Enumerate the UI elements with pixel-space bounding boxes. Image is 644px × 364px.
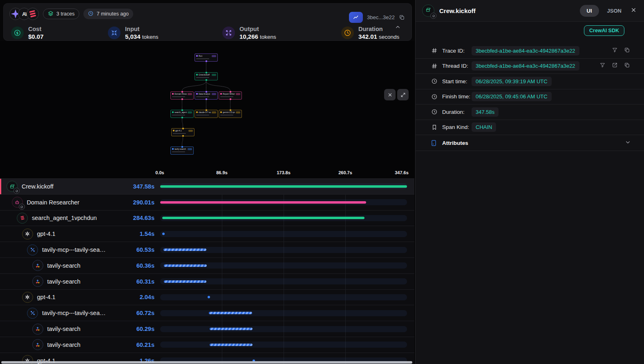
hash-icon: [431, 47, 438, 54]
field-row-thread-id: Thread ID: 3becbfed-a1be-ae84-ea3c-49428…: [416, 59, 644, 74]
clock-icon: [431, 93, 438, 100]
traces-count-chip[interactable]: 3 traces: [43, 9, 79, 19]
graph-node-tv[interactable]: tavily-search: [170, 146, 194, 155]
span-row-search-agent-1vpchdun[interactable]: search_agent_1vpchdun 284.63s: [0, 210, 414, 226]
time-ago-label: 7 minutes ago: [96, 11, 129, 17]
span-bar-area: [160, 337, 407, 353]
layers-icon: [48, 11, 54, 18]
clock-icon: [341, 27, 354, 39]
dollar-icon: $: [11, 27, 24, 39]
node-subtitle: [220, 115, 233, 115]
graph-node-crew[interactable]: Crew.kickoff: [195, 72, 218, 80]
span-duration: 60.31s: [118, 274, 154, 289]
duration-bar: [210, 328, 253, 330]
node-type-icon: [173, 130, 174, 131]
tab-json[interactable]: JSON: [607, 8, 622, 14]
axis-tick: 347.6s: [395, 170, 409, 175]
timeline-axis: 0.0s86.9s173.8s260.7s347.6s: [0, 163, 414, 178]
span-bar-area: [160, 179, 407, 194]
graph-expand-button[interactable]: [397, 89, 409, 100]
metrics-chart-button[interactable]: [349, 12, 363, 23]
stat-value: $0.07: [28, 33, 44, 41]
graph-node-sa[interactable]: search_agent_1vpchdun: [170, 110, 194, 118]
crew-kickoff-icon: [422, 4, 434, 17]
span-detail-panel: Crew.kickoff UI JSON CrewAI SDK Trace ID…: [415, 0, 644, 364]
node-type-icon: [220, 111, 222, 113]
graph-node-ge[interactable]: gemini-2.5-pro: [219, 110, 242, 118]
node-badge: [188, 93, 192, 95]
duration-bar: [160, 201, 366, 204]
trace-graph-canvas[interactable]: Run Crew.kickoff Domain Research... Data…: [0, 41, 414, 163]
node-subtitle: [196, 58, 209, 59]
span-row-gpt-4.1[interactable]: gpt-4.1 1.54s: [0, 226, 414, 242]
tavily-icon: [32, 276, 43, 287]
node-badge: [212, 93, 216, 95]
graph-node-cl[interactable]: claude-3-7-sonnet: [195, 110, 218, 118]
stat-duration: Duration 342.01 seconds: [341, 26, 399, 41]
graph-node-da[interactable]: Data Analyst: [195, 91, 218, 100]
external-icon[interactable]: [612, 62, 618, 70]
node-subtitle: [196, 77, 209, 78]
trace-header-card: A\ 3 traces 7 minutes ago 3bec...3e22 $ …: [3, 3, 412, 41]
span-row-gpt-4.1[interactable]: gpt-4.1 2.04s: [0, 289, 414, 305]
node-type-icon: [196, 55, 198, 57]
span-row-crew.kickoff[interactable]: Crew.kickoff 347.58s: [0, 178, 414, 194]
crewai-green-icon: [7, 181, 18, 192]
node-subtitle: [220, 96, 233, 97]
tab-ui[interactable]: UI: [580, 5, 599, 17]
span-row-tavily-search[interactable]: tavily-search 60.29s: [0, 321, 414, 337]
chevron-down-icon[interactable]: [625, 139, 644, 147]
node-title: tavily-search: [174, 148, 187, 150]
span-name: tavily-search: [47, 326, 80, 332]
bar-track: [160, 310, 407, 316]
span-row-tavily-mcp-tavily-sea-[interactable]: tavily-mcp---tavily-sea… 60.53s: [0, 242, 414, 257]
node-title: claude-3-7-sonnet: [199, 111, 211, 113]
attributes-section-toggle[interactable]: Attributes: [416, 135, 644, 151]
span-name: tavily-search: [47, 342, 80, 348]
node-badge: [212, 74, 216, 76]
openai-icon: [22, 229, 33, 240]
span-row-domain-researcher[interactable]: Domain Researcher 290.01s: [0, 194, 414, 210]
copy-icon[interactable]: [624, 62, 630, 70]
span-row-tavily-search[interactable]: tavily-search 60.21s: [0, 337, 414, 353]
openai-icon: [22, 292, 33, 303]
panel-close-icon[interactable]: [631, 7, 637, 15]
field-row-finish-time: Finish time: 06/28/2025, 09:45:06 AM UTC: [416, 89, 644, 105]
waterfall-rows: Crew.kickoff 347.58s Domain Researcher 2…: [0, 178, 414, 364]
horizontal-scrollbar[interactable]: [1, 361, 412, 364]
trace-view-panel: A\ 3 traces 7 minutes ago 3bec...3e22 $ …: [0, 0, 415, 364]
graph-node-rw[interactable]: Report Writer: [219, 91, 242, 100]
collapse-stats-chevron-up-icon[interactable]: [395, 24, 401, 32]
graph-node-run[interactable]: Run: [195, 53, 218, 62]
node-badge: [236, 111, 240, 113]
field-row-duration: Duration: 347.58s: [416, 104, 644, 120]
graph-node-dr[interactable]: Domain Research...: [170, 91, 194, 100]
copy-icon[interactable]: [624, 47, 630, 55]
time-ago-chip: 7 minutes ago: [83, 9, 133, 19]
node-title: Report Writer: [223, 93, 235, 95]
span-duration: 60.21s: [118, 337, 154, 353]
span-row-tavily-search[interactable]: tavily-search 60.36s: [0, 257, 414, 273]
span-row-tavily-mcp-tavily-sea-[interactable]: tavily-mcp---tavily-sea… 60.72s: [0, 305, 414, 321]
stat-label: Input: [125, 26, 159, 33]
duration-bar: [162, 217, 364, 219]
span-name: Crew.kickoff: [22, 183, 54, 190]
crewai-red-icon: [17, 213, 28, 224]
span-row-tavily-search[interactable]: tavily-search 60.31s: [0, 273, 414, 289]
node-type-icon: [172, 111, 174, 113]
span-bar-area: [160, 242, 407, 257]
field-value: 3becbfed-a1be-ae84-ea3c-4942867a3e22: [472, 46, 579, 55]
axis-tick: 173.8s: [277, 170, 291, 175]
filter-icon[interactable]: [612, 47, 618, 55]
graph-node-gpt[interactable]: gpt-4.1: [171, 128, 195, 136]
axis-tick: 86.9s: [216, 170, 228, 175]
node-subtitle: [172, 96, 185, 97]
span-duration: 347.58s: [118, 179, 154, 194]
stat-value: 342.01 seconds: [358, 33, 399, 41]
field-row-span-kind: Span Kind: CHAIN: [416, 120, 644, 135]
filter-icon[interactable]: [599, 62, 606, 70]
copy-trace-id-icon[interactable]: [399, 14, 405, 20]
graph-close-button[interactable]: [384, 89, 396, 100]
span-name: tavily-search: [47, 278, 80, 285]
span-name: tavily-search: [47, 262, 80, 269]
